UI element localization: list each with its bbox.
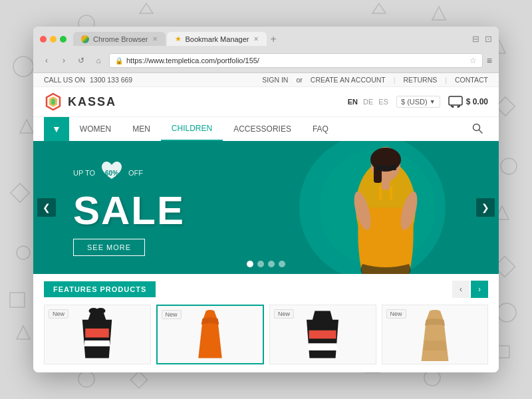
currency-selector[interactable]: $ (USD) ▼ <box>396 96 440 108</box>
maximize-button[interactable] <box>60 36 66 43</box>
lang-es[interactable]: ES <box>378 98 388 106</box>
tab-close-icon[interactable]: ✕ <box>152 35 158 43</box>
hero-model-image <box>313 141 459 274</box>
product-card-2[interactable]: New <box>156 305 265 364</box>
contact-link[interactable]: CONTACT <box>455 76 488 84</box>
svg-rect-34 <box>387 165 396 170</box>
svg-marker-14 <box>140 3 153 13</box>
svg-point-8 <box>501 158 517 174</box>
features-prev-button[interactable]: ‹ <box>452 281 469 298</box>
product-image-2 <box>187 308 233 361</box>
separator-2: | <box>445 76 447 84</box>
hero-next-button[interactable]: ❯ <box>476 198 495 217</box>
svg-point-26 <box>457 106 459 108</box>
product-image-1 <box>74 308 120 361</box>
url-text: https://www.templetica.com/portfolio/155… <box>126 57 466 65</box>
close-button[interactable] <box>40 36 47 43</box>
create-account-link[interactable]: CREATE AN ACCOUNT <box>311 76 386 84</box>
tab-bookmark-close-icon[interactable]: ✕ <box>253 35 259 43</box>
hero-dots <box>247 261 285 267</box>
tab-bookmark[interactable]: ★ Bookmark Manager ✕ <box>167 32 267 46</box>
tab-chrome[interactable]: Chrome Browser ✕ <box>73 32 166 46</box>
hero-dot-1[interactable] <box>247 261 253 267</box>
svg-point-42 <box>96 308 105 314</box>
svg-rect-12 <box>497 346 509 358</box>
maximize-icon[interactable]: ⊡ <box>485 34 492 44</box>
browser-titlebar: Chrome Browser ✕ ★ Bookmark Manager ✕ + … <box>40 32 492 46</box>
search-button[interactable] <box>467 118 488 141</box>
refresh-button[interactable]: ↺ <box>74 54 88 67</box>
hero-content: UP TO 60% OFF SALE SEE MORE <box>33 159 185 256</box>
nav-item-children[interactable]: CHILDREN <box>161 117 223 141</box>
minimize-icon[interactable]: ⊟ <box>472 34 479 44</box>
svg-rect-4 <box>10 293 25 307</box>
browser-chrome: Chrome Browser ✕ ★ Bookmark Manager ✕ + … <box>33 27 499 73</box>
lang-en[interactable]: EN <box>348 98 358 106</box>
logo[interactable]: KASSA <box>44 92 116 111</box>
bookmark-favicon: ★ <box>175 35 182 43</box>
hero-percent-text: 60% <box>105 170 118 177</box>
product-badge-2: New <box>162 310 182 319</box>
svg-marker-16 <box>432 7 446 20</box>
product-card-3[interactable]: New <box>269 305 376 364</box>
bookmark-star-icon[interactable]: ☆ <box>469 56 477 65</box>
returns-link[interactable]: RETURNS <box>404 76 438 84</box>
svg-rect-18 <box>130 371 147 388</box>
svg-rect-36 <box>382 180 390 190</box>
hero-dot-3[interactable] <box>268 261 275 267</box>
header-right: EN DE ES $ (USD) ▼ <box>348 96 488 108</box>
new-tab-button[interactable]: + <box>271 32 277 46</box>
product-badge-3: New <box>274 309 294 319</box>
nav-item-accessories[interactable]: ACCESSORIES <box>223 118 302 140</box>
svg-marker-5 <box>17 326 30 339</box>
features-next-button[interactable]: › <box>471 281 488 298</box>
nav-item-faq[interactable]: FAQ <box>302 118 339 140</box>
top-info-right: SIGN IN or CREATE AN ACCOUNT | RETURNS |… <box>262 76 488 84</box>
traffic-lights <box>40 36 66 43</box>
search-icon <box>472 123 483 134</box>
logo-icon <box>44 92 63 111</box>
language-selector[interactable]: EN DE ES <box>348 98 388 106</box>
svg-rect-33 <box>376 165 386 170</box>
svg-rect-32 <box>374 160 382 183</box>
hero-dot-4[interactable] <box>279 261 285 267</box>
svg-point-3 <box>17 246 30 259</box>
back-button[interactable]: ‹ <box>40 54 53 67</box>
minimize-button[interactable] <box>50 36 57 43</box>
svg-marker-15 <box>372 3 386 13</box>
phone-number: 1300 133 669 <box>90 76 132 84</box>
website-content: CALL US ON 1300 133 669 SIGN IN or CREAT… <box>33 73 499 372</box>
nav-item-women[interactable]: WOMEN <box>69 118 122 140</box>
address-bar[interactable]: 🔒 https://www.templetica.com/portfolio/1… <box>109 53 483 68</box>
svg-line-28 <box>479 130 483 133</box>
phone-label: CALL US ON <box>44 76 85 84</box>
svg-marker-23 <box>51 98 55 105</box>
phone-info: CALL US ON 1300 133 669 <box>44 76 132 84</box>
product-card-4[interactable]: New <box>382 305 489 364</box>
lang-de[interactable]: DE <box>363 98 373 106</box>
nav-dropdown-button[interactable]: ▼ <box>44 117 69 141</box>
window-controls: ⊟ ⊡ <box>472 34 492 44</box>
browser-menu-icon[interactable]: ≡ <box>487 55 492 66</box>
top-info-bar: CALL US ON 1300 133 669 SIGN IN or CREAT… <box>33 73 499 87</box>
cart-button[interactable]: $ 0.00 <box>448 96 488 108</box>
model-svg <box>313 141 459 274</box>
cart-icon <box>448 96 463 108</box>
hero-see-more-button[interactable]: SEE MORE <box>73 239 145 256</box>
svg-rect-38 <box>390 186 392 200</box>
features-nav: ‹ › <box>452 281 488 298</box>
separator-1: | <box>394 76 396 84</box>
svg-rect-2 <box>11 184 29 202</box>
product-card-1[interactable]: New <box>44 305 151 364</box>
hero-sale-text: SALE <box>73 191 185 231</box>
sign-in-link[interactable]: SIGN IN <box>262 76 288 84</box>
home-button[interactable]: ⌂ <box>92 54 105 67</box>
currency-value: $ (USD) <box>401 98 428 106</box>
lock-icon: 🔒 <box>115 57 123 65</box>
hero-off-text: OFF <box>128 169 143 177</box>
forward-button[interactable]: › <box>57 54 70 67</box>
hero-dot-2[interactable] <box>257 261 264 267</box>
nav-item-men[interactable]: MEN <box>122 118 161 140</box>
address-bar-row: ‹ › ↺ ⌂ 🔒 https://www.templetica.com/por… <box>40 50 492 72</box>
hero-prev-button[interactable]: ❮ <box>37 198 56 217</box>
